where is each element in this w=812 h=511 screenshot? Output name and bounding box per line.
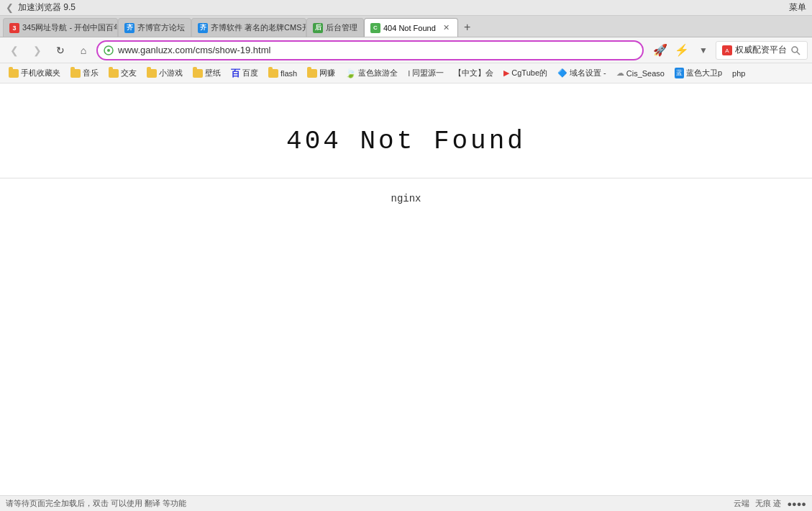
bookmark-flash[interactable]: flash	[264, 68, 301, 79]
tab-close-button[interactable]: ✕	[442, 23, 452, 33]
address-favicon	[104, 45, 114, 55]
bookmark-wallpaper[interactable]: 壁纸	[188, 66, 225, 80]
folder-icon	[70, 69, 81, 78]
title-bar: ❮ 加速浏览器 9.5 菜单	[0, 0, 812, 16]
status-right: 云端 无痕 迹 ●●●●	[734, 498, 806, 509]
title-bar-back-icon[interactable]: ❮	[6, 2, 14, 13]
tab-qibo-forum[interactable]: 齐 齐博官方论坛	[118, 18, 191, 37]
error-subtitle: nginx	[391, 193, 421, 204]
bookmark-games[interactable]: 小游戏	[142, 66, 187, 80]
bookmark-label: 同盟源一	[412, 68, 444, 78]
menu-button[interactable]: 菜单	[789, 1, 806, 14]
folder-icon	[268, 69, 278, 78]
bookmark-cis[interactable]: ☁ Cis_Seaso	[612, 67, 669, 79]
address-input[interactable]	[96, 40, 644, 60]
content-area: 404 Not Found nginx	[0, 83, 812, 495]
auth-search-button[interactable]	[790, 45, 801, 56]
bookmarks-bar: 手机收藏夹 音乐 交友 小游戏 壁纸 百 百度 flash 网赚	[0, 63, 812, 83]
error-title: 404 Not Found	[286, 127, 526, 156]
bookmark-label: 交友	[121, 68, 137, 78]
title-bar-left: ❮ 加速浏览器 9.5	[6, 1, 76, 14]
svg-point-4	[792, 47, 798, 53]
toolbar: ❮ ❯ ↻ ⌂ 🚀 ⚡ ▼	[0, 37, 812, 63]
bookmark-label: CgTube的	[511, 68, 547, 78]
tab-404[interactable]: C 404 Not Found ✕	[364, 18, 458, 37]
tab-favicon-404: C	[370, 23, 380, 33]
browser-title: 加速浏览器 9.5	[18, 1, 76, 14]
bookmark-label: 蓝色旅游全	[358, 68, 398, 78]
bookmark-label: 网赚	[319, 68, 335, 78]
bookmark-cgtube[interactable]: ▶ CgTube的	[499, 66, 552, 80]
auth-platform-label: 权威配资平台	[735, 44, 787, 56]
bookmark-label: 音乐	[83, 68, 99, 78]
back-button[interactable]: ❮	[4, 40, 24, 60]
bookmark-label: 【中文】会	[454, 68, 493, 78]
page-content: 404 Not Found nginx	[0, 83, 812, 458]
bookmark-alliance[interactable]: I 同盟源一	[403, 66, 448, 80]
tab-bar: 3 345网址导航 - 开创中国百年 齐 齐博官方论坛 齐 齐博软件 著名的老牌…	[0, 16, 812, 37]
status-dots: ●●●●	[787, 499, 806, 508]
bookmark-baidu[interactable]: 百 百度	[227, 65, 263, 81]
folder-icon	[307, 69, 317, 78]
bookmark-label: 域名设置 -	[570, 68, 606, 78]
bookmark-earn[interactable]: 网赚	[303, 66, 339, 80]
bookmark-label: 小游戏	[159, 68, 183, 78]
svg-line-5	[797, 52, 800, 55]
bookmark-friends[interactable]: 交友	[104, 66, 141, 80]
svg-text:A: A	[725, 48, 729, 54]
tab-label-345: 345网址导航 - 开创中国百年	[22, 22, 118, 33]
bookmark-label: Cis_Seaso	[626, 69, 665, 78]
cis-icon: ☁	[616, 68, 624, 78]
refresh-button[interactable]: ↻	[50, 40, 70, 60]
bookmark-mobile[interactable]: 手机收藏夹	[4, 66, 65, 80]
bookmark-label: 壁纸	[205, 68, 221, 78]
bookmark-label: flash	[280, 69, 297, 78]
tab-label-qibo-forum: 齐博官方论坛	[137, 22, 185, 33]
cgtube-icon: ▶	[503, 68, 509, 78]
bookmark-label: php	[732, 69, 745, 78]
folder-icon	[193, 69, 203, 78]
tab-favicon-qibo-cms: 齐	[198, 23, 208, 33]
leaf-icon: 🍃	[345, 68, 356, 78]
folder-icon	[9, 69, 19, 78]
folder-icon	[147, 69, 157, 78]
bookmark-php[interactable]: php	[728, 68, 749, 79]
status-bar: 请等待页面完全加载后，双击 可以使用 翻译 等功能 云端 无痕 迹 ●●●●	[0, 495, 812, 511]
tab-345[interactable]: 3 345网址导航 - 开创中国百年	[3, 18, 118, 37]
status-text: 请等待页面完全加载后，双击 可以使用 翻译 等功能	[6, 498, 186, 509]
browser-window: ❮ 加速浏览器 9.5 菜单 3 345网址导航 - 开创中国百年 齐 齐博官方…	[0, 0, 812, 511]
baidu-icon: 百	[231, 67, 240, 80]
bookmark-music[interactable]: 音乐	[66, 66, 103, 80]
alliance-icon: I	[408, 69, 410, 78]
tab-label-admin: 后台管理	[326, 22, 357, 33]
new-tab-button[interactable]: +	[458, 18, 477, 37]
rocket-icon[interactable]: 🚀	[651, 41, 670, 60]
blue-icon: 蓝	[675, 68, 684, 78]
bookmark-lansedashenwei[interactable]: 蓝 蓝色大卫p	[670, 66, 726, 80]
address-right-buttons: 🚀 ⚡ ▼	[651, 41, 713, 60]
bookmark-domain[interactable]: 🔷 域名设置 -	[553, 66, 611, 80]
dropdown-button[interactable]: ▼	[694, 41, 713, 60]
home-button[interactable]: ⌂	[73, 40, 93, 60]
bookmark-label: 百度	[242, 68, 258, 78]
tab-favicon-345: 3	[9, 23, 19, 33]
tab-label-404: 404 Not Found	[383, 24, 436, 32]
lightning-icon[interactable]: ⚡	[672, 41, 691, 60]
tab-qibo-cms[interactable]: 齐 齐博软件 著名的老牌CMS开源	[191, 18, 306, 37]
tab-favicon-qibo: 齐	[124, 23, 134, 33]
status-left: 请等待页面完全加载后，双击 可以使用 翻译 等功能	[6, 498, 186, 509]
auth-platform-box: A 权威配资平台	[716, 41, 808, 60]
tab-favicon-admin: 后	[313, 23, 323, 33]
bookmark-chinese[interactable]: 【中文】会	[450, 66, 498, 80]
status-incognito: 无痕 迹	[755, 498, 781, 509]
tab-label-qibo-cms: 齐博软件 著名的老牌CMS开源	[211, 22, 306, 33]
tab-admin[interactable]: 后 后台管理	[306, 18, 364, 37]
folder-icon	[109, 69, 119, 78]
bookmark-label: 手机收藏夹	[21, 68, 60, 78]
bookmark-label: 蓝色大卫p	[686, 68, 722, 78]
svg-point-1	[107, 49, 110, 52]
address-wrapper	[96, 40, 644, 60]
forward-button[interactable]: ❯	[27, 40, 47, 60]
error-divider	[0, 178, 812, 178]
bookmark-travel[interactable]: 🍃 蓝色旅游全	[341, 66, 402, 80]
